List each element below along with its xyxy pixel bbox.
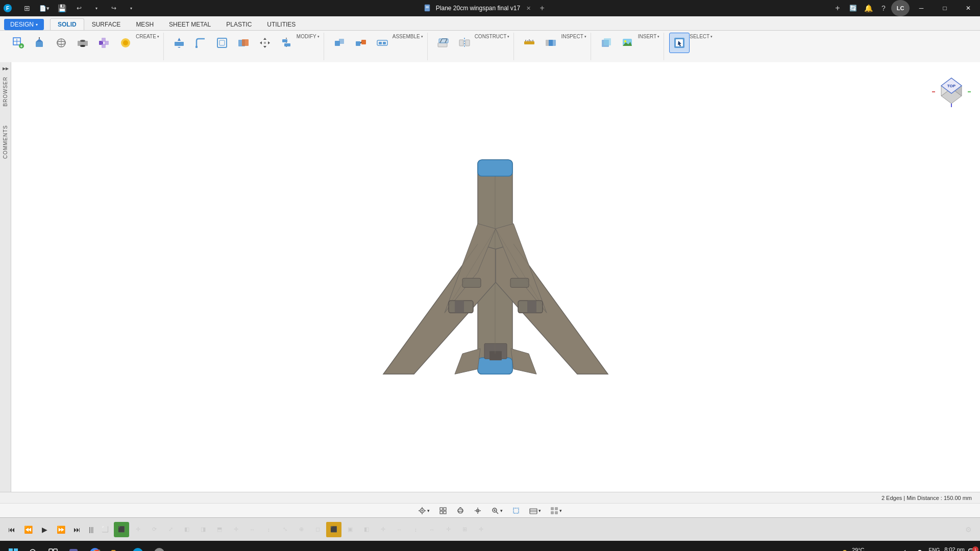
tool6-button[interactable]: ✛: [228, 522, 243, 537]
viewport[interactable]: TOP: [11, 62, 980, 492]
teams-taskbar-icon[interactable]: T: [63, 543, 84, 551]
tab-close-icon[interactable]: ✕: [526, 5, 531, 12]
tool14-button[interactable]: ◧: [359, 522, 374, 537]
select-dropdown[interactable]: ▾: [710, 35, 713, 39]
language-indicator[interactable]: ENG US: [929, 547, 940, 551]
tab-mesh[interactable]: MESH: [128, 18, 161, 30]
new-component-button[interactable]: [329, 33, 350, 53]
chrome-taskbar-icon[interactable]: [85, 543, 105, 551]
tool7-button[interactable]: ↔: [244, 522, 260, 537]
tool16-button[interactable]: ↔: [391, 522, 407, 537]
go-to-end-button[interactable]: ⏭: [69, 522, 85, 537]
form-button[interactable]: [115, 33, 136, 53]
orbit-button[interactable]: [453, 505, 468, 517]
offset-plane-button[interactable]: [433, 33, 453, 53]
comments-label[interactable]: COMMENTS: [3, 121, 8, 163]
insert-dropdown[interactable]: ▾: [657, 35, 659, 39]
step-back-button[interactable]: ⏪: [20, 522, 36, 537]
grid-toggle-button[interactable]: [435, 505, 451, 517]
start-button[interactable]: [3, 543, 23, 551]
midplane-button[interactable]: [454, 33, 475, 53]
rigid-group-button[interactable]: [372, 33, 393, 53]
action-center-button[interactable]: 1: [968, 548, 977, 551]
tool19-button[interactable]: ✛: [440, 522, 456, 537]
weather-widget[interactable]: 29°C Mostly cloudy: [840, 547, 880, 551]
file-explorer-taskbar-icon[interactable]: [106, 543, 127, 551]
tool13-button[interactable]: ▣: [342, 522, 358, 537]
zoom-button[interactable]: ▾: [487, 505, 506, 517]
close-button[interactable]: ✕: [957, 0, 980, 16]
fillet-button[interactable]: [190, 33, 211, 53]
select-all-button[interactable]: ⬛: [114, 522, 129, 537]
construct-dropdown[interactable]: ▾: [507, 35, 509, 39]
tool17-button[interactable]: ↕: [408, 522, 423, 537]
create-dropdown[interactable]: ▾: [157, 35, 159, 39]
timeline-settings-button[interactable]: ⚙: [961, 522, 976, 537]
tray-overflow-button[interactable]: ﹀: [831, 549, 837, 552]
panel-toggle-button[interactable]: ▶▶: [2, 64, 10, 72]
grid-menu-button[interactable]: ⊞: [19, 1, 35, 16]
tool18-button[interactable]: ↔: [424, 522, 439, 537]
new-file-button[interactable]: 📄▾: [37, 1, 52, 16]
tool11-button[interactable]: ◻: [310, 522, 325, 537]
play-button[interactable]: ▶: [37, 522, 52, 537]
other-app-taskbar-icon[interactable]: ?: [149, 543, 169, 551]
redo-button[interactable]: ↪: [106, 1, 121, 16]
tab-utilities[interactable]: UTILITIES: [259, 18, 303, 30]
pattern-button[interactable]: [94, 33, 114, 53]
pan-button[interactable]: [470, 505, 485, 517]
tool21-button[interactable]: ✛: [473, 522, 488, 537]
undo-button[interactable]: ↩: [71, 1, 87, 16]
select-button[interactable]: [669, 33, 690, 53]
tool12-button[interactable]: ⬛: [326, 522, 341, 537]
tool3-button[interactable]: ◧: [179, 522, 194, 537]
search-button[interactable]: [24, 543, 43, 551]
revolve-button[interactable]: [51, 33, 71, 53]
tool10-button[interactable]: ⊕: [293, 522, 309, 537]
extrude-button[interactable]: [30, 33, 50, 53]
inspect-dropdown[interactable]: ▾: [584, 35, 586, 39]
interference-button[interactable]: [541, 33, 561, 53]
network-icon[interactable]: [883, 547, 895, 551]
press-pull-button[interactable]: [169, 33, 189, 53]
joint-button[interactable]: [351, 33, 371, 53]
hole-button[interactable]: [72, 33, 93, 53]
new-tab-button[interactable]: +: [535, 1, 549, 15]
tool8-button[interactable]: ↕: [261, 522, 276, 537]
add-tab-button[interactable]: +: [830, 1, 845, 16]
selection-box-button[interactable]: ⬜: [97, 522, 113, 537]
view-cube[interactable]: TOP: [931, 70, 972, 111]
clock[interactable]: 8:02 pm 1/6/2022: [943, 546, 965, 551]
window-select-button[interactable]: [508, 505, 524, 517]
display-mode-button[interactable]: ▾: [526, 505, 545, 517]
go-to-start-button[interactable]: ⏮: [4, 522, 19, 537]
task-view-button[interactable]: [44, 543, 62, 551]
tab-sheet-metal[interactable]: SHEET METAL: [161, 18, 218, 30]
tool5-button[interactable]: ⬒: [212, 522, 227, 537]
tool9-button[interactable]: ⤡: [277, 522, 292, 537]
tool15-button[interactable]: ✛: [375, 522, 390, 537]
insert-mesh-button[interactable]: [596, 33, 617, 53]
user-avatar[interactable]: LC: [891, 0, 910, 16]
measure-button[interactable]: [519, 33, 540, 53]
save-button[interactable]: 💾: [54, 1, 69, 16]
insert-image-button[interactable]: [618, 33, 638, 53]
modify-dropdown[interactable]: ▾: [317, 35, 320, 39]
grid-settings-button[interactable]: ▾: [547, 505, 566, 517]
step-forward-button[interactable]: ⏩: [53, 522, 68, 537]
tab-solid[interactable]: SOLID: [50, 18, 84, 30]
volume-icon[interactable]: [898, 547, 911, 551]
scale-tool-button[interactable]: ⤢: [163, 522, 178, 537]
fusion360-taskbar-icon[interactable]: F: [128, 543, 148, 551]
notifications-button[interactable]: 🔔: [861, 1, 876, 16]
tool4-button[interactable]: ◨: [195, 522, 211, 537]
redo-dropdown[interactable]: ▾: [124, 1, 139, 16]
tab-surface[interactable]: SURFACE: [84, 18, 129, 30]
combine-button[interactable]: [233, 33, 254, 53]
browser-label[interactable]: BROWSER: [3, 72, 8, 111]
shell-button[interactable]: [212, 33, 232, 53]
new-sketch-button[interactable]: +: [8, 33, 29, 53]
move-button[interactable]: [255, 33, 275, 53]
align-button[interactable]: [276, 33, 297, 53]
display-settings-button[interactable]: ▾: [414, 505, 433, 517]
